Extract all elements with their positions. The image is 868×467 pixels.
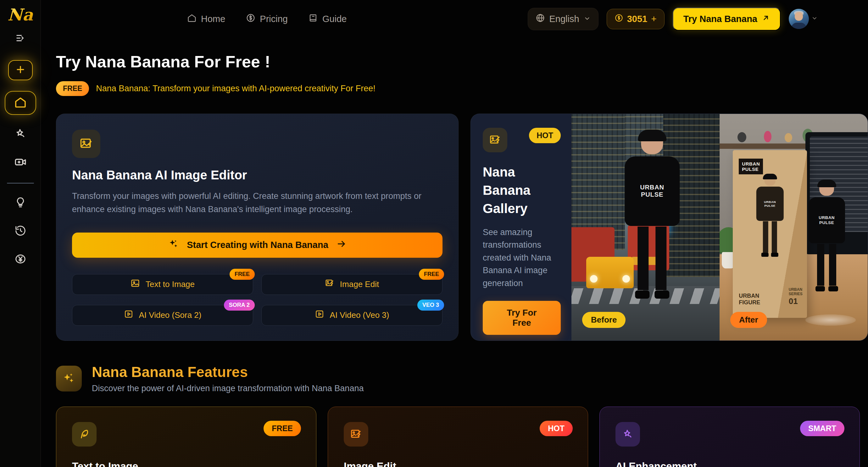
feather-icon: [78, 428, 90, 440]
quick-action-label: AI Video (Veo 3): [330, 310, 389, 320]
gallery-card-description: See amazing transformations created with…: [483, 226, 561, 290]
image-icon-chip: [72, 130, 100, 158]
history-clock-icon: [14, 225, 26, 238]
image-edit-icon-chip: [483, 128, 507, 152]
arrow-up-right-icon: [762, 14, 770, 24]
nav-label: Pricing: [260, 14, 288, 24]
sidebar: Na: [0, 0, 41, 467]
home-icon: [14, 96, 27, 110]
dollar-circle-icon: [246, 13, 255, 25]
page-title: Try Nana Banana For Free !: [56, 52, 868, 71]
main-content: Try Nana Banana For Free ! FREE Nana Ban…: [41, 38, 868, 467]
smart-badge: SMART: [800, 421, 844, 436]
editor-card: Nana Banana AI Image Editor Transform yo…: [56, 114, 459, 341]
magic-star-icon: [622, 428, 634, 440]
sidebar-item-credits[interactable]: [11, 251, 30, 268]
play-video-icon: [124, 309, 133, 321]
gallery-before-image[interactable]: URBAN PULSE Before: [571, 114, 719, 341]
currency-yen-icon: [14, 253, 26, 266]
quick-action-ai-video-veo[interactable]: AI Video (Veo 3) VEO 3: [261, 305, 442, 326]
magic-star-icon: [14, 127, 27, 141]
figurine: URBAN PULSE: [809, 180, 845, 291]
add-credits-plus[interactable]: +: [651, 13, 657, 24]
veo-badge: VEO 3: [417, 299, 444, 311]
nav-item-pricing[interactable]: Pricing: [246, 13, 288, 25]
image-edit-icon-chip: [344, 422, 368, 446]
gallery-card-title: Nana Banana Gallery: [483, 163, 561, 218]
figure-box: URBAN PULSE URBAN PULSE URBAN FIGURE URB…: [733, 150, 807, 318]
start-creating-label: Start Creating with Nana Banana: [187, 240, 328, 250]
language-value: English: [550, 14, 579, 24]
hot-badge: HOT: [540, 421, 573, 436]
feature-title: Text to Image: [72, 460, 300, 467]
magic-star-icon-chip: [616, 422, 640, 446]
hero-subtitle-row: FREE Nana Banana: Transform your images …: [56, 81, 868, 96]
book-icon: [309, 13, 318, 25]
try-for-free-button[interactable]: Try For Free: [483, 301, 561, 335]
feather-icon-chip: [72, 422, 97, 446]
start-creating-button[interactable]: Start Creating with Nana Banana: [72, 233, 442, 258]
language-selector[interactable]: English: [528, 8, 598, 30]
feature-card-ai-enhancement[interactable]: SMART AI Enhancement Intelligently enhan…: [599, 407, 860, 467]
chevron-down-icon: [584, 14, 591, 24]
coin-icon: [615, 13, 623, 25]
quick-action-ai-video-sora[interactable]: AI Video (Sora 2) SORA 2: [72, 305, 253, 326]
topbar-right: English 3051 + Try Nana Banana: [528, 7, 818, 31]
free-badge: FREE: [56, 81, 89, 96]
nav-item-guide[interactable]: Guide: [309, 13, 347, 25]
chevron-down-icon: [811, 15, 818, 23]
sidebar-divider: [7, 183, 34, 183]
new-creation-button[interactable]: [8, 60, 33, 80]
sidebar-item-ai-video[interactable]: [11, 154, 30, 172]
editor-card-description: Transform your images with powerful AI e…: [72, 190, 437, 216]
nav-label: Guide: [322, 14, 347, 24]
arrow-right-icon: [337, 239, 347, 251]
sidebar-item-magic-edit[interactable]: [11, 125, 30, 143]
video-plus-icon: [14, 155, 27, 170]
quick-action-label: AI Video (Sora 2): [139, 310, 202, 320]
image-edit-icon: [325, 279, 334, 290]
globe-icon: [535, 13, 545, 25]
image-icon: [79, 137, 93, 151]
feature-card-text-to-image[interactable]: FREE Text to Image Transform your text d…: [56, 407, 316, 467]
home-icon: [187, 13, 196, 25]
avatar: [789, 9, 809, 29]
collapse-panel-icon: [15, 33, 26, 45]
before-label: Before: [582, 312, 625, 328]
editor-card-title: Nana Banana AI Image Editor: [72, 168, 442, 182]
main-nav: Home Pricing Guide: [187, 13, 347, 25]
free-badge: FREE: [419, 269, 444, 280]
quick-action-label: Text to Image: [146, 280, 195, 289]
image-edit-icon: [489, 134, 501, 146]
sparkles-icon-chip: [56, 366, 82, 391]
try-nana-banana-button[interactable]: Try Nana Banana: [673, 7, 781, 31]
quick-action-image-edit[interactable]: Image Edit FREE: [261, 274, 442, 295]
credits-value: 3051: [627, 14, 648, 24]
quick-action-text-to-image[interactable]: Text to Image FREE: [72, 274, 253, 295]
user-menu[interactable]: [789, 9, 818, 29]
credits-badge[interactable]: 3051 +: [607, 9, 664, 29]
play-video-icon: [315, 309, 324, 321]
sidebar-item-history[interactable]: [11, 223, 30, 240]
sora-badge: SORA 2: [224, 299, 255, 311]
sidebar-item-home[interactable]: [5, 91, 36, 115]
sparkles-icon: [168, 238, 179, 252]
collapse-sidebar-button[interactable]: [13, 32, 27, 46]
gallery-after-image[interactable]: URBAN PULSE URBAN PULSE URBAN FIGURE URB…: [719, 114, 868, 341]
nav-item-home[interactable]: Home: [187, 13, 225, 25]
person-figure: URBAN PULSE: [625, 130, 680, 299]
gallery-before-after: URBAN PULSE Before: [571, 114, 868, 341]
brand-logo: Na: [7, 6, 33, 24]
try-button-label: Try Nana Banana: [683, 14, 757, 24]
features-header: Nana Banana Features Discover the power …: [56, 363, 868, 393]
hot-badge: HOT: [529, 128, 561, 143]
feature-title: AI Enhancement: [616, 460, 844, 467]
quick-actions: Text to Image FREE Image Edit FREE: [72, 274, 442, 326]
feature-card-image-edit[interactable]: HOT Image Edit Edit and enhance your ima…: [328, 407, 588, 467]
lightbulb-icon: [14, 196, 26, 210]
plus-icon: [15, 64, 26, 76]
sidebar-item-inspiration[interactable]: [11, 194, 30, 212]
topbar: Home Pricing Guide: [41, 0, 868, 38]
image-icon: [130, 279, 140, 290]
gallery-card: HOT Nana Banana Gallery See amazing tran…: [470, 114, 868, 341]
